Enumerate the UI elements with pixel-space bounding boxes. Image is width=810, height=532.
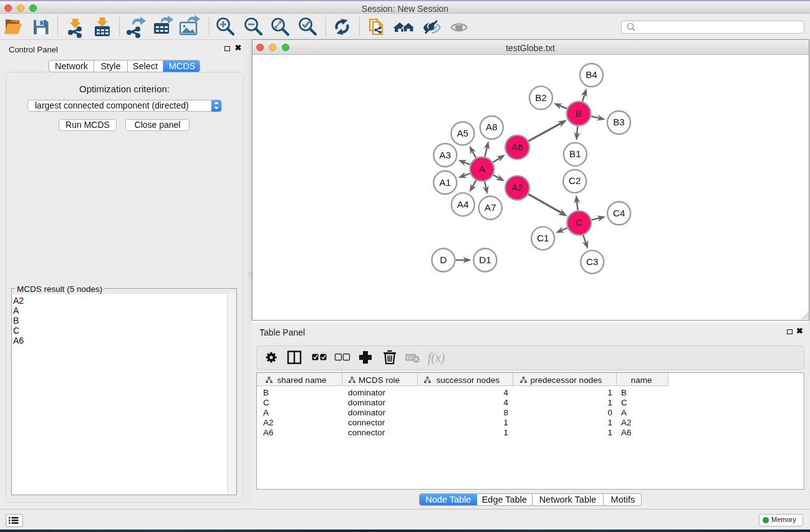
svg-text:f(x): f(x): [428, 351, 445, 365]
svg-text:A3: A3: [439, 150, 451, 160]
svg-text:A7: A7: [484, 202, 496, 213]
svg-text:D1: D1: [479, 254, 491, 265]
svg-text:B: B: [575, 108, 581, 118]
svg-text:D: D: [440, 254, 446, 265]
svg-text:A6: A6: [511, 142, 523, 152]
svg-text:C: C: [576, 217, 582, 228]
svg-text:A4: A4: [457, 199, 469, 210]
svg-text:B2: B2: [535, 92, 547, 103]
svg-text:C3: C3: [586, 256, 599, 267]
svg-text:C1: C1: [536, 233, 549, 243]
svg-text:A2: A2: [511, 182, 523, 193]
svg-text:A1: A1: [439, 177, 451, 188]
svg-text:A: A: [478, 163, 485, 174]
svg-text:B4: B4: [586, 69, 597, 80]
svg-text:B3: B3: [613, 117, 625, 127]
svg-text:A5: A5: [456, 128, 468, 138]
svg-text:C4: C4: [612, 208, 625, 218]
svg-text:B1: B1: [569, 148, 581, 159]
svg-text:C2: C2: [568, 175, 581, 186]
svg-text:A8: A8: [486, 122, 498, 132]
